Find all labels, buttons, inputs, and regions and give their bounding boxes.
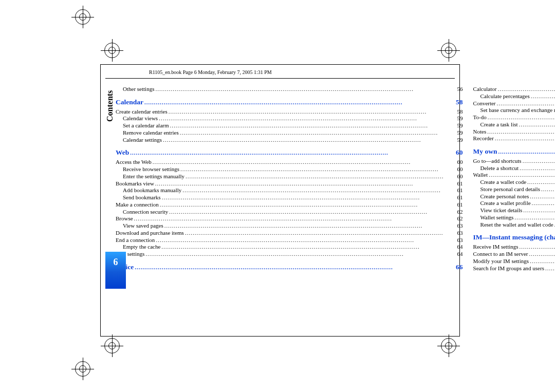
toc-entry-page: 61 xyxy=(456,201,463,209)
toc-entry: Delete a shortcut69 xyxy=(473,165,555,172)
toc-entry: Create calendar entries58 xyxy=(116,108,463,116)
toc-entry: Create personal notes70 xyxy=(473,193,555,200)
toc-entry-label: Access the Web xyxy=(116,159,152,166)
toc-entry: Enter the settings manually60 xyxy=(116,173,463,180)
toc-entry-label: Send bookmarks xyxy=(123,194,161,201)
toc-leader-dots xyxy=(514,214,555,221)
toc-entry-page: 64 xyxy=(456,244,463,251)
toc-entry-page: 61 xyxy=(456,180,463,188)
toc-leader-dots xyxy=(541,186,555,193)
toc-entry: Download and purchase items63 xyxy=(116,230,463,237)
toc-entry-page: 60 xyxy=(456,159,463,166)
toc-entry-label: Modify your IM settings xyxy=(473,258,529,265)
toc-entry: Web settings64 xyxy=(116,251,463,258)
toc-entry: Bookmarks view61 xyxy=(116,180,463,188)
print-header: R1105_en.book Page 6 Monday, February 7,… xyxy=(105,69,455,79)
toc-leader-dots xyxy=(170,122,455,129)
toc-leader-dots xyxy=(488,114,555,121)
page-number: 6 xyxy=(114,257,118,268)
toc-entry: Other settings56 xyxy=(116,86,463,93)
toc-entry-page: 58 xyxy=(456,108,463,116)
crop-mark-icon xyxy=(439,41,458,60)
toc-entry-label: View ticket details xyxy=(480,207,523,214)
toc-entry: Add bookmarks manually61 xyxy=(116,187,463,194)
toc-entry: View ticket details71 xyxy=(473,207,555,214)
toc-entry: View saved pages63 xyxy=(116,222,463,230)
toc-leader-dots xyxy=(160,201,455,209)
toc-leader-dots xyxy=(135,263,454,272)
toc-section-heading: Calendar58 xyxy=(116,98,463,107)
toc-leader-dots xyxy=(497,86,555,93)
toc-entry: Empty the cache64 xyxy=(116,244,463,251)
toc-columns: Other settings56Calendar58Create calenda… xyxy=(105,86,555,273)
toc-entry-label: Calendar xyxy=(116,98,143,107)
toc-entry: Recorder68 xyxy=(473,135,555,142)
toc-leader-dots xyxy=(527,179,555,186)
toc-entry-page: 59 xyxy=(456,115,463,122)
page-number-badge: 6 xyxy=(105,252,126,289)
toc-leader-dots xyxy=(185,230,455,237)
crop-mark-icon xyxy=(103,337,121,355)
toc-leader-dots xyxy=(532,200,555,207)
toc-leader-dots xyxy=(186,173,455,180)
toc-leader-dots xyxy=(155,180,455,188)
toc-leader-dots xyxy=(523,207,555,214)
toc-leader-dots xyxy=(498,147,555,156)
toc-leader-dots xyxy=(134,215,455,222)
toc-leader-dots xyxy=(519,121,555,128)
toc-entry-label: Connection security xyxy=(123,209,168,216)
toc-leader-dots xyxy=(163,137,455,144)
toc-entry: Connect to an IM server73 xyxy=(473,251,555,258)
section-label-text: Contents xyxy=(105,90,115,122)
toc-entry-label: Store personal card details xyxy=(480,186,540,193)
toc-leader-dots xyxy=(169,108,455,116)
toc-entry-label: Create a task list xyxy=(480,121,518,128)
toc-leader-dots xyxy=(130,148,454,157)
toc-entry-page: 61 xyxy=(456,194,463,201)
toc-entry-label: Create calendar entries xyxy=(116,108,168,116)
toc-leader-dots xyxy=(497,100,555,107)
toc-entry: Calendar views59 xyxy=(116,115,463,122)
toc-entry-label: Receive browser settings xyxy=(123,166,179,173)
toc-column-left: Other settings56Calendar58Create calenda… xyxy=(116,86,463,273)
toc-entry: Set a calendar alarm59 xyxy=(116,122,463,129)
toc-entry: To-do67 xyxy=(473,114,555,121)
toc-entry-label: Calculate percentages xyxy=(480,93,530,100)
toc-entry: Access the Web60 xyxy=(116,159,463,166)
toc-leader-dots xyxy=(545,265,555,272)
toc-entry-page: 62 xyxy=(456,209,463,216)
toc-entry-label: End a connection xyxy=(116,237,155,244)
toc-entry-label: Notes xyxy=(473,128,487,136)
toc-leader-dots xyxy=(164,222,455,230)
toc-entry: Browse62 xyxy=(116,215,463,222)
toc-leader-dots xyxy=(529,251,555,258)
toc-leader-dots xyxy=(153,159,455,166)
toc-leader-dots xyxy=(180,166,455,173)
toc-entry: End a connection63 xyxy=(116,237,463,244)
toc-entry: Converter66 xyxy=(473,100,555,107)
toc-entry-page: 60 xyxy=(456,166,463,173)
toc-entry-label: Reset the wallet and wallet code xyxy=(480,221,553,229)
toc-entry-label: Recorder xyxy=(473,135,494,142)
toc-entry-label: Converter xyxy=(473,100,496,107)
crop-mark-icon xyxy=(73,8,92,26)
toc-entry: Search for IM groups and users74 xyxy=(473,265,555,272)
toc-column-right: Calculator66Calculate percentages66Conve… xyxy=(473,86,555,273)
crop-mark-icon xyxy=(439,337,458,355)
toc-leader-dots xyxy=(182,187,455,194)
toc-entry-label: Empty the cache xyxy=(123,244,160,251)
toc-entry: Receive browser settings60 xyxy=(116,166,463,173)
toc-entry-label: Create personal notes xyxy=(480,193,529,200)
toc-entry-label: Create a wallet code xyxy=(480,179,526,186)
toc-entry: Receive IM settings73 xyxy=(473,244,555,251)
toc-entry-label: Go to—add shortcuts xyxy=(473,158,522,165)
toc-leader-dots xyxy=(180,129,455,137)
toc-leader-dots xyxy=(487,128,555,136)
toc-leader-dots xyxy=(489,172,555,179)
toc-entry: Remove calendar entries59 xyxy=(116,129,463,137)
toc-entry: Wallet69 xyxy=(473,172,555,179)
toc-leader-dots xyxy=(495,135,555,142)
toc-entry: Send bookmarks61 xyxy=(116,194,463,201)
toc-leader-dots xyxy=(159,115,455,122)
toc-entry: Wallet settings71 xyxy=(473,214,555,221)
